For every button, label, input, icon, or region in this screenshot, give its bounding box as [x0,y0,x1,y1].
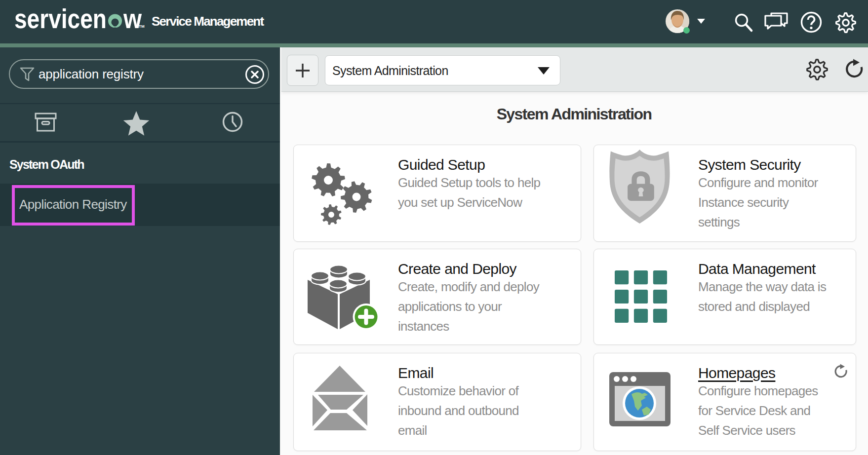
svg-text:TM: TM [139,24,145,29]
svg-text:w: w [123,3,142,34]
svg-text:servicen: servicen [14,3,107,34]
